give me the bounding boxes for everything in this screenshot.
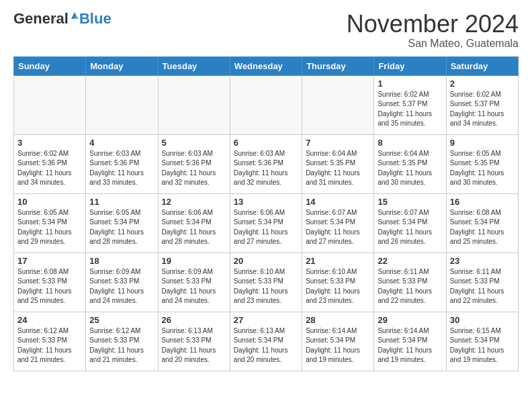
day-info: Sunrise: 6:07 AM Sunset: 5:34 PM Dayligh… [306, 208, 370, 247]
day-info: Sunrise: 6:09 AM Sunset: 5:33 PM Dayligh… [162, 267, 226, 306]
day-info: Sunrise: 6:02 AM Sunset: 5:37 PM Dayligh… [378, 90, 442, 129]
day-info: Sunrise: 6:05 AM Sunset: 5:35 PM Dayligh… [450, 149, 515, 188]
day-info: Sunrise: 6:10 AM Sunset: 5:33 PM Dayligh… [306, 267, 370, 306]
day-number: 15 [378, 197, 442, 207]
day-number: 30 [450, 315, 515, 325]
day-info: Sunrise: 6:08 AM Sunset: 5:33 PM Dayligh… [17, 267, 82, 306]
day-cell: 13Sunrise: 6:06 AM Sunset: 5:34 PM Dayli… [230, 193, 302, 253]
day-cell: 11Sunrise: 6:05 AM Sunset: 5:34 PM Dayli… [86, 193, 158, 253]
day-cell: 18Sunrise: 6:09 AM Sunset: 5:33 PM Dayli… [86, 253, 158, 312]
day-cell: 26Sunrise: 6:13 AM Sunset: 5:33 PM Dayli… [158, 312, 230, 371]
day-info: Sunrise: 6:04 AM Sunset: 5:35 PM Dayligh… [306, 149, 370, 188]
day-number: 29 [378, 315, 442, 325]
day-number: 12 [162, 197, 226, 207]
day-number: 3 [17, 138, 82, 148]
day-cell [86, 75, 158, 134]
header: General Blue November 2024 San Mateo, Gu… [13, 11, 519, 50]
day-cell: 20Sunrise: 6:10 AM Sunset: 5:33 PM Dayli… [230, 253, 302, 312]
day-number: 6 [234, 138, 298, 148]
col-header-saturday: Saturday [446, 56, 518, 75]
day-cell: 19Sunrise: 6:09 AM Sunset: 5:33 PM Dayli… [158, 253, 230, 312]
calendar-table: SundayMondayTuesdayWednesdayThursdayFrid… [13, 56, 519, 371]
day-info: Sunrise: 6:11 AM Sunset: 5:33 PM Dayligh… [450, 267, 515, 306]
week-row-1: 1Sunrise: 6:02 AM Sunset: 5:37 PM Daylig… [14, 75, 519, 134]
day-number: 14 [306, 197, 370, 207]
day-number: 1 [378, 79, 442, 89]
day-info: Sunrise: 6:03 AM Sunset: 5:36 PM Dayligh… [234, 149, 298, 188]
col-header-monday: Monday [86, 56, 158, 75]
day-info: Sunrise: 6:03 AM Sunset: 5:36 PM Dayligh… [89, 149, 154, 188]
day-info: Sunrise: 6:02 AM Sunset: 5:37 PM Dayligh… [450, 90, 515, 129]
day-number: 4 [89, 138, 154, 148]
day-info: Sunrise: 6:05 AM Sunset: 5:34 PM Dayligh… [17, 208, 82, 247]
day-cell: 21Sunrise: 6:10 AM Sunset: 5:33 PM Dayli… [302, 253, 374, 312]
day-cell: 28Sunrise: 6:14 AM Sunset: 5:34 PM Dayli… [302, 312, 374, 371]
day-number: 21 [306, 256, 370, 266]
day-info: Sunrise: 6:14 AM Sunset: 5:34 PM Dayligh… [306, 326, 370, 365]
day-cell: 30Sunrise: 6:15 AM Sunset: 5:34 PM Dayli… [446, 312, 518, 371]
day-cell: 15Sunrise: 6:07 AM Sunset: 5:34 PM Dayli… [374, 193, 446, 253]
day-info: Sunrise: 6:05 AM Sunset: 5:34 PM Dayligh… [89, 208, 154, 247]
day-info: Sunrise: 6:03 AM Sunset: 5:36 PM Dayligh… [162, 149, 226, 188]
week-row-5: 24Sunrise: 6:12 AM Sunset: 5:33 PM Dayli… [14, 312, 519, 371]
day-number: 17 [17, 256, 82, 266]
day-number: 20 [234, 256, 298, 266]
day-cell: 5Sunrise: 6:03 AM Sunset: 5:36 PM Daylig… [158, 134, 230, 193]
day-info: Sunrise: 6:02 AM Sunset: 5:36 PM Dayligh… [17, 149, 82, 188]
day-cell: 14Sunrise: 6:07 AM Sunset: 5:34 PM Dayli… [302, 193, 374, 253]
day-number: 18 [89, 256, 154, 266]
day-number: 24 [17, 315, 82, 325]
logo-blue-text: Blue [79, 11, 112, 26]
title-area: November 2024 San Mateo, Guatemala [347, 11, 519, 50]
col-header-wednesday: Wednesday [230, 56, 302, 75]
day-number: 7 [306, 138, 370, 148]
day-info: Sunrise: 6:11 AM Sunset: 5:33 PM Dayligh… [378, 267, 442, 306]
day-info: Sunrise: 6:06 AM Sunset: 5:34 PM Dayligh… [234, 208, 298, 247]
week-row-3: 10Sunrise: 6:05 AM Sunset: 5:34 PM Dayli… [14, 193, 519, 253]
col-header-thursday: Thursday [302, 56, 374, 75]
page: General Blue November 2024 San Mateo, Gu… [0, 0, 532, 382]
col-header-friday: Friday [374, 56, 446, 75]
day-cell [302, 75, 374, 134]
day-number: 10 [17, 197, 82, 207]
day-number: 16 [450, 197, 515, 207]
month-title: November 2024 [347, 11, 519, 38]
logo-general-text: General [13, 11, 69, 26]
day-info: Sunrise: 6:15 AM Sunset: 5:34 PM Dayligh… [450, 326, 515, 365]
day-info: Sunrise: 6:14 AM Sunset: 5:34 PM Dayligh… [378, 326, 442, 365]
logo-icon [70, 11, 79, 20]
day-cell: 10Sunrise: 6:05 AM Sunset: 5:34 PM Dayli… [14, 193, 86, 253]
day-info: Sunrise: 6:12 AM Sunset: 5:33 PM Dayligh… [17, 326, 82, 365]
day-cell [158, 75, 230, 134]
day-cell: 25Sunrise: 6:12 AM Sunset: 5:33 PM Dayli… [86, 312, 158, 371]
day-number: 22 [378, 256, 442, 266]
day-info: Sunrise: 6:10 AM Sunset: 5:33 PM Dayligh… [234, 267, 298, 306]
day-cell: 1Sunrise: 6:02 AM Sunset: 5:37 PM Daylig… [374, 75, 446, 134]
day-info: Sunrise: 6:08 AM Sunset: 5:34 PM Dayligh… [450, 208, 515, 247]
day-cell: 6Sunrise: 6:03 AM Sunset: 5:36 PM Daylig… [230, 134, 302, 193]
day-cell: 4Sunrise: 6:03 AM Sunset: 5:36 PM Daylig… [86, 134, 158, 193]
day-number: 2 [450, 79, 515, 89]
day-info: Sunrise: 6:12 AM Sunset: 5:33 PM Dayligh… [89, 326, 154, 365]
day-number: 25 [89, 315, 154, 325]
day-info: Sunrise: 6:07 AM Sunset: 5:34 PM Dayligh… [378, 208, 442, 247]
day-info: Sunrise: 6:04 AM Sunset: 5:35 PM Dayligh… [378, 149, 442, 188]
week-row-2: 3Sunrise: 6:02 AM Sunset: 5:36 PM Daylig… [14, 134, 519, 193]
day-cell: 29Sunrise: 6:14 AM Sunset: 5:34 PM Dayli… [374, 312, 446, 371]
day-number: 27 [234, 315, 298, 325]
day-cell: 7Sunrise: 6:04 AM Sunset: 5:35 PM Daylig… [302, 134, 374, 193]
day-info: Sunrise: 6:09 AM Sunset: 5:33 PM Dayligh… [89, 267, 154, 306]
calendar-header-row: SundayMondayTuesdayWednesdayThursdayFrid… [14, 56, 519, 75]
day-number: 8 [378, 138, 442, 148]
logo: General Blue [13, 11, 112, 27]
day-number: 26 [162, 315, 226, 325]
day-cell: 23Sunrise: 6:11 AM Sunset: 5:33 PM Dayli… [446, 253, 518, 312]
day-cell: 3Sunrise: 6:02 AM Sunset: 5:36 PM Daylig… [14, 134, 86, 193]
day-cell: 12Sunrise: 6:06 AM Sunset: 5:34 PM Dayli… [158, 193, 230, 253]
day-number: 13 [234, 197, 298, 207]
day-cell [230, 75, 302, 134]
day-number: 28 [306, 315, 370, 325]
day-cell: 17Sunrise: 6:08 AM Sunset: 5:33 PM Dayli… [14, 253, 86, 312]
col-header-sunday: Sunday [14, 56, 86, 75]
day-cell: 16Sunrise: 6:08 AM Sunset: 5:34 PM Dayli… [446, 193, 518, 253]
